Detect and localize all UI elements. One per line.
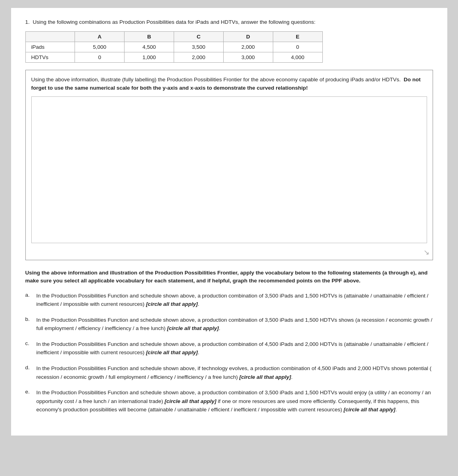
col-header-e: E	[273, 32, 322, 42]
ipads-b: 4,500	[125, 42, 174, 52]
sub-letter-e: e.	[25, 388, 34, 395]
sub-letter-d: d.	[25, 364, 34, 370]
circle-label-e2: [circle all that apply]	[343, 407, 395, 413]
row-label-ipads: iPads	[25, 42, 75, 52]
table-row-ipads: iPads 5,000 4,500 3,500 2,000 0	[25, 42, 322, 52]
resize-icon: ↘	[424, 248, 429, 257]
circle-label-a: [circle all that apply]	[146, 301, 198, 307]
graph-instructions: Using the above information, illustrate …	[31, 76, 427, 92]
circle-label-b: [circle all that apply]	[167, 325, 219, 331]
sub-letter-c: c.	[25, 340, 34, 346]
graph-container: Using the above information, illustrate …	[25, 70, 433, 260]
hdtvs-c: 2,000	[174, 52, 223, 63]
sub-letter-b: b.	[25, 316, 34, 322]
ipads-c: 3,500	[174, 42, 223, 52]
hdtvs-e: 4,000	[273, 52, 322, 63]
col-header-b: B	[125, 32, 174, 42]
circle-label-e1: [circle all that apply]	[165, 398, 217, 404]
question-text: Using the following combinations as Prod…	[33, 19, 316, 25]
sub-question-d: d. In the Production Possibilities Funct…	[25, 364, 433, 381]
hdtvs-b: 1,000	[125, 52, 174, 63]
col-header-d: D	[223, 32, 273, 42]
hdtvs-d: 3,000	[223, 52, 273, 63]
sub-text-d: In the Production Possibilities Function…	[36, 364, 433, 381]
table-row-hdtvs: HDTVs 0 1,000 2,000 3,000 4,000	[25, 52, 322, 63]
page-container: 1. Using the following combinations as P…	[11, 8, 447, 436]
sub-question-a: a. In the Production Possibilities Funct…	[25, 292, 433, 309]
ipads-a: 5,000	[75, 42, 125, 52]
graph-instructions-text1: Using the above information, illustrate …	[31, 77, 404, 83]
circle-label-d: [circle all that apply]	[240, 374, 291, 380]
hdtvs-a: 0	[75, 52, 125, 63]
sub-text-c: In the Production Possibilities Function…	[36, 340, 433, 357]
col-header-c: C	[174, 32, 223, 42]
sub-question-b: b. In the Production Possibilities Funct…	[25, 316, 433, 333]
sub-letter-a: a.	[25, 292, 34, 298]
sub-text-a: In the Production Possibilities Function…	[36, 292, 433, 309]
graph-drawing-area[interactable]	[31, 96, 427, 243]
ppf-data-table: A B C D E iPads 5,000 4,500 3,500 2,000 …	[25, 31, 323, 63]
ipads-e: 0	[273, 42, 322, 52]
vocab-section-header: Using the above information and illustra…	[25, 269, 433, 285]
row-label-hdtvs: HDTVs	[25, 52, 75, 63]
question-header: 1. Using the following combinations as P…	[25, 19, 433, 25]
sub-text-b: In the Production Possibilities Function…	[36, 316, 433, 333]
question-number: 1.	[25, 19, 30, 25]
sub-question-c: c. In the Production Possibilities Funct…	[25, 340, 433, 357]
circle-label-c: [circle all that apply]	[146, 349, 198, 355]
col-header-blank	[25, 32, 75, 42]
vocab-header-text: Using the above information and illustra…	[25, 270, 428, 284]
ipads-d: 2,000	[223, 42, 273, 52]
sub-text-e: In the Production Possibilities Function…	[36, 388, 433, 414]
sub-question-e: e. In the Production Possibilities Funct…	[25, 388, 433, 414]
col-header-a: A	[75, 32, 125, 42]
table-header-row: A B C D E	[25, 32, 322, 42]
